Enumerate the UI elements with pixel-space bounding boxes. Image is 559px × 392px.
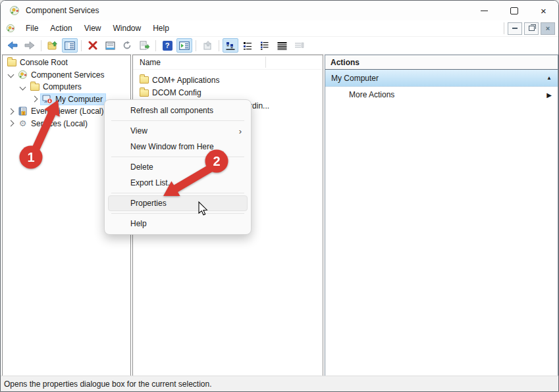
chevron-down-icon[interactable] [8, 72, 14, 78]
tree-item-label: Services (Local) [31, 119, 88, 128]
close-button[interactable]: × [529, 1, 558, 20]
delete-x-icon [88, 41, 97, 50]
child-close-button[interactable]: × [541, 22, 555, 35]
menu-item-label: New Window from Here [130, 142, 214, 151]
view-status-button-disabled[interactable] [291, 38, 307, 53]
more-actions-item[interactable]: More Actions ▶ [325, 87, 558, 103]
menu-item-export-list[interactable]: Export List... [108, 175, 248, 191]
menu-separator [111, 193, 244, 193]
folder-icon [140, 89, 149, 97]
close-icon: × [541, 6, 546, 16]
maximize-icon [510, 7, 518, 14]
folder-icon [140, 76, 149, 84]
refresh-button[interactable] [119, 38, 135, 53]
chevron-right-icon[interactable] [32, 96, 38, 103]
menu-item-label: Delete [130, 162, 153, 172]
tree-item-console-root[interactable]: Console Root [3, 57, 130, 69]
actions-title: Actions [331, 58, 359, 67]
menu-item-label: Refresh all components [130, 106, 213, 115]
child-restore-button[interactable] [524, 22, 539, 35]
list-item-com-applications[interactable]: COM+ Applications [133, 74, 323, 87]
export-list-button[interactable] [136, 38, 152, 53]
selected-tree-item[interactable]: My Computer [41, 94, 105, 105]
view-list-button[interactable] [257, 38, 273, 53]
chevron-right-icon[interactable] [8, 108, 14, 114]
com-plus-icon [17, 70, 28, 80]
tree-item-computers[interactable]: Computers [3, 81, 130, 93]
computer-icon [41, 95, 53, 104]
folder-icon [6, 59, 17, 66]
list-item-label: COM+ Applications [152, 76, 219, 85]
column-header-row: Name [133, 55, 323, 70]
launch-icon [203, 41, 213, 50]
menu-item-view[interactable]: View › [108, 123, 248, 139]
details-view-icon [277, 41, 287, 50]
toolbar-separator [41, 40, 41, 51]
context-menu: Refresh all components View › New Window… [104, 99, 252, 235]
export-list-icon [140, 41, 149, 50]
menu-item-delete[interactable]: Delete [108, 159, 248, 175]
status-view-icon [294, 41, 304, 50]
menu-window[interactable]: Window [107, 24, 147, 33]
menu-item-label: Export List... [130, 178, 174, 187]
console-child-icon [6, 24, 15, 33]
actions-group-my-computer[interactable]: My Computer ▲ [325, 70, 558, 87]
properties-button[interactable] [102, 38, 118, 53]
menu-item-label: Help [130, 219, 147, 228]
toolbar: ? [1, 37, 558, 55]
properties-icon [105, 41, 115, 50]
title-bar: Component Services × [1, 1, 558, 20]
status-text: Opens the properties dialogue box for th… [4, 380, 212, 389]
up-one-level-button[interactable] [45, 38, 61, 53]
menu-file[interactable]: File [20, 24, 44, 33]
menu-item-refresh-all-components[interactable]: Refresh all components [108, 103, 248, 118]
show-console-tree-button[interactable] [62, 38, 78, 53]
launch-button-disabled[interactable] [200, 38, 215, 53]
menu-help[interactable]: Help [147, 24, 175, 33]
tree-item-label: Computers [43, 82, 82, 91]
services-gear-icon: ⚙ [17, 119, 28, 128]
refresh-icon [122, 41, 132, 50]
maximize-button[interactable] [499, 1, 529, 20]
large-icons-view-icon [226, 41, 235, 50]
back-button[interactable] [5, 38, 20, 53]
tree-item-component-services[interactable]: Component Services [3, 69, 130, 82]
delete-button[interactable] [85, 38, 101, 53]
child-minimize-button[interactable] [508, 22, 522, 35]
tree-item-label: My Computer [55, 95, 103, 104]
menu-item-new-window-from-here[interactable]: New Window from Here [108, 139, 248, 155]
menu-separator [111, 213, 244, 214]
view-details-button[interactable] [274, 38, 290, 53]
chevron-down-icon[interactable] [20, 84, 26, 90]
chevron-right-icon[interactable] [8, 120, 14, 127]
menu-item-properties[interactable]: Properties [108, 195, 248, 211]
forward-button[interactable] [22, 38, 38, 53]
expand-arrow-icon[interactable]: ▶ [546, 91, 552, 99]
component-services-window: Component Services × File Action View Wi… [0, 0, 559, 392]
view-large-icons-button[interactable] [223, 38, 238, 53]
menu-item-help[interactable]: Help [108, 216, 248, 232]
folder-icon [29, 84, 40, 91]
column-divider[interactable] [265, 57, 266, 68]
menu-action[interactable]: Action [44, 24, 78, 33]
help-button[interactable]: ? [159, 38, 175, 53]
help-icon: ? [163, 41, 173, 51]
list-item-dcom-config[interactable]: DCOM Config [133, 87, 323, 100]
minimize-button[interactable] [469, 1, 499, 20]
view-small-icons-button[interactable] [240, 38, 255, 53]
show-action-pane-button[interactable] [176, 38, 192, 53]
menu-view[interactable]: View [78, 24, 107, 33]
toolbar-separator [155, 40, 156, 51]
event-viewer-icon [17, 107, 28, 116]
com-plus-app-icon [9, 5, 20, 16]
console-tree-icon [65, 41, 75, 50]
toolbar-separator [81, 40, 82, 51]
menu-separator [111, 120, 244, 121]
menu-item-label: Properties [130, 199, 167, 208]
back-arrow-icon [7, 41, 18, 50]
name-column-header[interactable]: Name [140, 58, 161, 67]
actions-pane-header: Actions [325, 55, 558, 70]
up-folder-icon [47, 41, 58, 50]
tree-item-label: Event Viewer (Local) [31, 107, 104, 116]
collapse-arrow-icon[interactable]: ▲ [546, 75, 552, 81]
